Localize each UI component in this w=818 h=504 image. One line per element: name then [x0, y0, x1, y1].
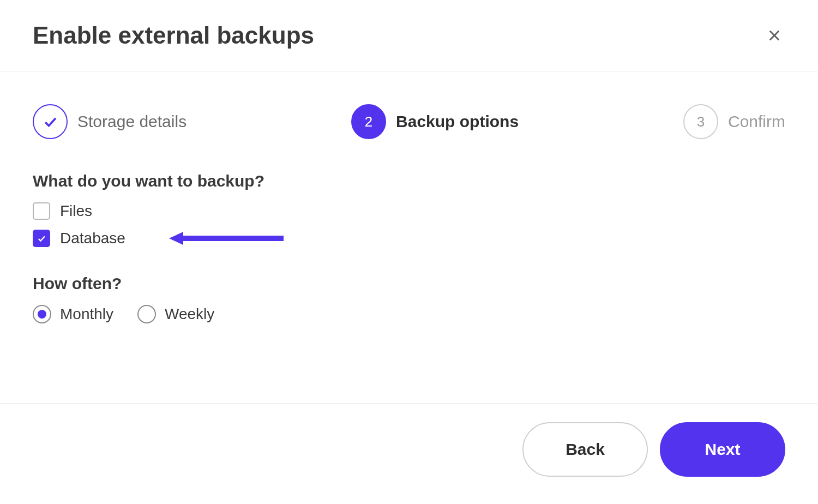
- step-3-label: Confirm: [728, 112, 785, 131]
- checkbox-database-label: Database: [60, 230, 125, 247]
- check-icon: [42, 113, 58, 130]
- annotation-arrow: [169, 231, 284, 246]
- section-title-freq: How often?: [33, 274, 785, 293]
- checkbox-files[interactable]: [33, 202, 50, 220]
- modal-title: Enable external backups: [33, 22, 314, 49]
- back-button[interactable]: Back: [522, 422, 648, 477]
- close-button[interactable]: [763, 25, 785, 46]
- checkbox-database[interactable]: [33, 230, 50, 247]
- radio-monthly-input[interactable]: [33, 305, 51, 323]
- radio-weekly-label: Weekly: [165, 305, 214, 323]
- radio-monthly-label: Monthly: [60, 305, 113, 323]
- checkbox-row-files[interactable]: Files: [33, 202, 785, 220]
- radio-monthly[interactable]: Monthly: [33, 305, 113, 323]
- step-backup-options[interactable]: 2 Backup options: [351, 104, 519, 139]
- checkbox-row-database[interactable]: Database: [33, 230, 785, 247]
- svg-marker-0: [169, 232, 284, 245]
- step-storage-details[interactable]: Storage details: [33, 104, 187, 139]
- step-2-indicator: 2: [351, 104, 386, 139]
- modal-footer: Back Next: [0, 403, 818, 504]
- checkbox-files-label: Files: [60, 202, 92, 220]
- modal-header: Enable external backups: [0, 0, 818, 71]
- backup-what-options: Files Database: [33, 202, 785, 247]
- backup-frequency-options: Monthly Weekly: [33, 305, 785, 323]
- section-title-what: What do you want to backup?: [33, 172, 785, 190]
- step-1-indicator: [33, 104, 68, 139]
- step-2-label: Backup options: [396, 112, 519, 131]
- radio-weekly[interactable]: Weekly: [137, 305, 214, 323]
- radio-weekly-input[interactable]: [137, 305, 156, 323]
- modal-body: Storage details 2 Backup options 3 Confi…: [0, 71, 818, 403]
- modal-enable-external-backups: Enable external backups Storage details …: [0, 0, 818, 504]
- arrow-left-icon: [169, 231, 284, 246]
- close-icon: [767, 28, 782, 43]
- checkmark-icon: [37, 233, 46, 243]
- stepper: Storage details 2 Backup options 3 Confi…: [33, 104, 785, 139]
- step-confirm[interactable]: 3 Confirm: [683, 104, 785, 139]
- next-button[interactable]: Next: [660, 422, 785, 477]
- step-1-label: Storage details: [77, 112, 187, 131]
- step-3-indicator: 3: [683, 104, 718, 139]
